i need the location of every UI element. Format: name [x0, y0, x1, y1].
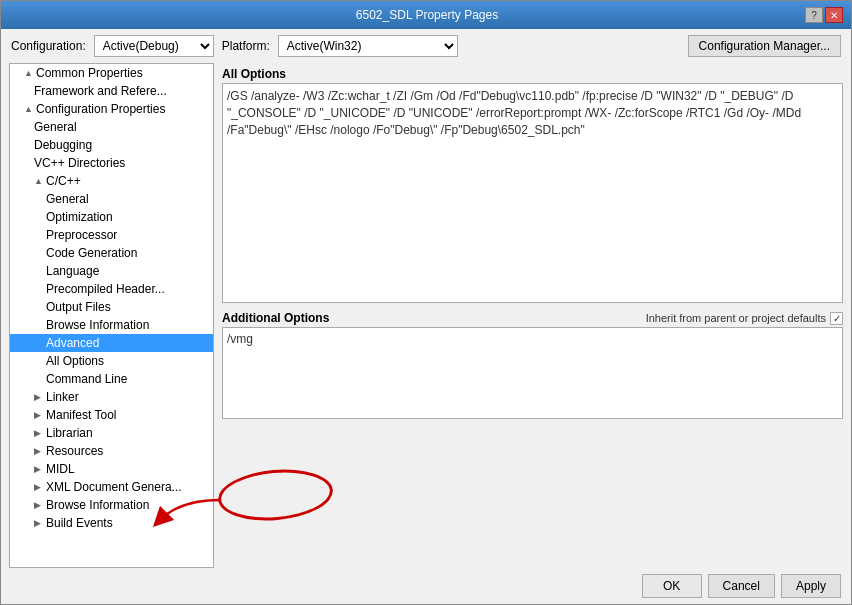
tree-item-browse-info[interactable]: Browse Information: [10, 316, 213, 334]
tree-item-config-props[interactable]: ▲ Configuration Properties: [10, 100, 213, 118]
tree-label: Command Line: [46, 372, 127, 386]
tree-label: Manifest Tool: [46, 408, 116, 422]
tree-label: All Options: [46, 354, 104, 368]
inherit-checkbox[interactable]: ✓: [830, 312, 843, 325]
cancel-button[interactable]: Cancel: [708, 574, 775, 598]
tree-label: Build Events: [46, 516, 113, 530]
tree-label: Common Properties: [36, 66, 143, 80]
expander-icon: ▶: [34, 392, 44, 402]
tree-item-vc-directories[interactable]: VC++ Directories: [10, 154, 213, 172]
tree-label: C/C++: [46, 174, 81, 188]
expander-icon: ▶: [34, 482, 44, 492]
dialog-title: 6502_SDL Property Pages: [49, 8, 805, 22]
expander-icon: ▶: [34, 518, 44, 528]
tree-item-cpp[interactable]: ▲ C/C++: [10, 172, 213, 190]
tree-label: Language: [46, 264, 99, 278]
tree-label: General: [46, 192, 89, 206]
main-content: ▲ Common Properties Framework and Refere…: [1, 63, 851, 568]
bottom-bar: OK Cancel Apply: [1, 568, 851, 604]
property-pages-dialog: 6502_SDL Property Pages ? ✕ Configuratio…: [0, 0, 852, 605]
title-bar-buttons: ? ✕: [805, 7, 843, 23]
tree-label: Resources: [46, 444, 103, 458]
configuration-manager-button[interactable]: Configuration Manager...: [688, 35, 841, 57]
expander-icon: ▶: [34, 464, 44, 474]
expander-icon: ▶: [34, 500, 44, 510]
tree-item-common-props[interactable]: ▲ Common Properties: [10, 64, 213, 82]
tree-item-code-gen[interactable]: Code Generation: [10, 244, 213, 262]
config-label: Configuration:: [11, 39, 86, 53]
tree-panel: ▲ Common Properties Framework and Refere…: [9, 63, 214, 568]
inherit-label: Inherit from parent or project defaults: [646, 312, 826, 324]
expander-icon: ▲: [24, 104, 34, 114]
tree-label: General: [34, 120, 77, 134]
tree-item-midl[interactable]: ▶ MIDL: [10, 460, 213, 478]
tree-item-browse-info2[interactable]: ▶ Browse Information: [10, 496, 213, 514]
tree-item-librarian[interactable]: ▶ Librarian: [10, 424, 213, 442]
tree-item-cpp-general[interactable]: General: [10, 190, 213, 208]
right-panel: All Options /GS /analyze- /W3 /Zc:wchar_…: [214, 63, 843, 568]
all-options-box[interactable]: /GS /analyze- /W3 /Zc:wchar_t /ZI /Gm /O…: [222, 83, 843, 303]
tree-item-build-events[interactable]: ▶ Build Events: [10, 514, 213, 532]
tree-item-all-options[interactable]: All Options: [10, 352, 213, 370]
tree-item-general[interactable]: General: [10, 118, 213, 136]
all-options-title: All Options: [222, 63, 843, 83]
tree-label: Linker: [46, 390, 79, 404]
config-bar: Configuration: Active(Debug) Platform: A…: [1, 29, 851, 63]
tree-label: MIDL: [46, 462, 75, 476]
tree-label: Preprocessor: [46, 228, 117, 242]
tree-item-manifest-tool[interactable]: ▶ Manifest Tool: [10, 406, 213, 424]
expander-icon: ▲: [24, 68, 34, 78]
tree-item-resources[interactable]: ▶ Resources: [10, 442, 213, 460]
ok-button[interactable]: OK: [642, 574, 702, 598]
title-bar: 6502_SDL Property Pages ? ✕: [1, 1, 851, 29]
tree-item-debugging[interactable]: Debugging: [10, 136, 213, 154]
tree-label: VC++ Directories: [34, 156, 125, 170]
tree-label: Output Files: [46, 300, 111, 314]
additional-options-label: Additional Options: [222, 311, 329, 325]
tree-label: Configuration Properties: [36, 102, 165, 116]
tree-label: Framework and Refere...: [34, 84, 167, 98]
tree-item-language[interactable]: Language: [10, 262, 213, 280]
tree-item-precomp-headers[interactable]: Precompiled Header...: [10, 280, 213, 298]
apply-button[interactable]: Apply: [781, 574, 841, 598]
tree-label: Optimization: [46, 210, 113, 224]
additional-value: /vmg: [227, 332, 253, 346]
expander-icon: ▶: [34, 410, 44, 420]
tree-item-optimization[interactable]: Optimization: [10, 208, 213, 226]
expander-icon: ▶: [34, 446, 44, 456]
tree-label: Code Generation: [46, 246, 137, 260]
expander-icon: ▲: [34, 176, 44, 186]
tree-item-xml-doc-gen[interactable]: ▶ XML Document Genera...: [10, 478, 213, 496]
tree-item-linker[interactable]: ▶ Linker: [10, 388, 213, 406]
help-button[interactable]: ?: [805, 7, 823, 23]
additional-options-box[interactable]: /vmg: [222, 327, 843, 419]
tree-label: Precompiled Header...: [46, 282, 165, 296]
tree-label: Browse Information: [46, 318, 149, 332]
platform-dropdown[interactable]: Active(Win32): [278, 35, 458, 57]
close-button[interactable]: ✕: [825, 7, 843, 23]
tree-item-framework-ref[interactable]: Framework and Refere...: [10, 82, 213, 100]
tree-label: XML Document Genera...: [46, 480, 182, 494]
additional-section: Additional Options Inherit from parent o…: [222, 309, 843, 419]
inherit-row: Inherit from parent or project defaults …: [646, 312, 843, 325]
platform-label: Platform:: [222, 39, 270, 53]
tree-label: Advanced: [46, 336, 99, 350]
tree-item-output-files[interactable]: Output Files: [10, 298, 213, 316]
tree-item-command-line[interactable]: Command Line: [10, 370, 213, 388]
tree-label: Debugging: [34, 138, 92, 152]
expander-icon: ▶: [34, 428, 44, 438]
tree-label: Librarian: [46, 426, 93, 440]
tree-item-advanced[interactable]: Advanced: [10, 334, 213, 352]
additional-header: Additional Options Inherit from parent o…: [222, 309, 843, 327]
tree-label: Browse Information: [46, 498, 149, 512]
tree-item-preprocessor[interactable]: Preprocessor: [10, 226, 213, 244]
configuration-dropdown[interactable]: Active(Debug): [94, 35, 214, 57]
all-options-text: /GS /analyze- /W3 /Zc:wchar_t /ZI /Gm /O…: [227, 89, 801, 137]
